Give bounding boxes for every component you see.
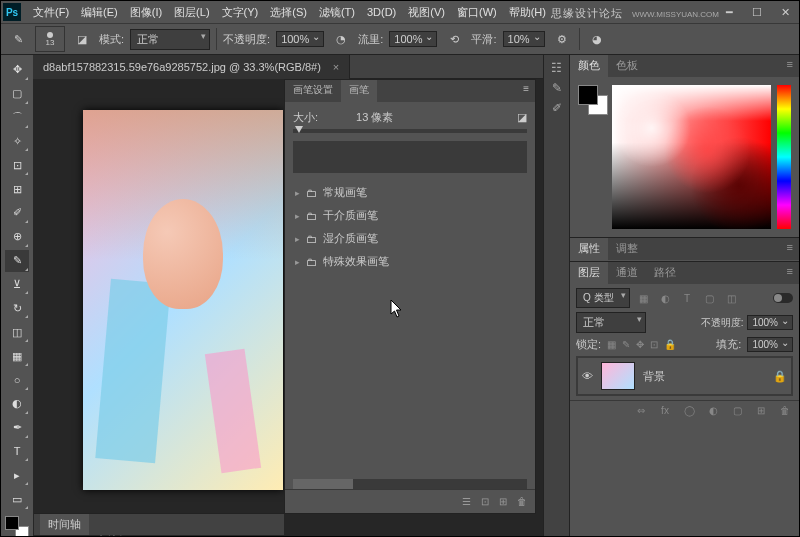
layer-thumbnail[interactable] bbox=[601, 362, 635, 390]
brush-preset-picker[interactable]: 13 bbox=[35, 26, 65, 52]
brush-folder[interactable]: ▸🗀湿介质画笔 bbox=[293, 227, 527, 250]
filter-pixel-icon[interactable]: ▦ bbox=[634, 291, 652, 305]
layer-fx-icon[interactable]: fx bbox=[657, 405, 673, 416]
history-panel-icon[interactable]: ☷ bbox=[551, 61, 562, 75]
frame-tool[interactable]: ⊞ bbox=[5, 178, 29, 200]
crop-tool[interactable]: ⊡ bbox=[5, 154, 29, 176]
layer-opacity-input[interactable]: 100% bbox=[747, 315, 793, 330]
tab-layers[interactable]: 图层 bbox=[570, 262, 608, 284]
window-minimize-icon[interactable]: ━ bbox=[715, 1, 743, 23]
panel-menu-icon[interactable]: ≡ bbox=[781, 262, 799, 284]
panel-menu-icon[interactable]: ≡ bbox=[781, 55, 799, 77]
tab-brush-settings[interactable]: 画笔设置 bbox=[285, 80, 341, 102]
color-swatches[interactable] bbox=[5, 516, 29, 537]
brush-size-slider[interactable] bbox=[293, 129, 527, 133]
preview-toggle-icon[interactable]: ☰ bbox=[462, 496, 471, 507]
path-select-tool[interactable]: ▸ bbox=[5, 464, 29, 486]
delete-brush-icon[interactable]: 🗑 bbox=[517, 496, 527, 507]
lock-all-icon[interactable]: 🔒 bbox=[664, 339, 676, 350]
window-maximize-icon[interactable]: ☐ bbox=[743, 1, 771, 23]
filter-type-icon[interactable]: T bbox=[678, 291, 696, 305]
menu-file[interactable]: 文件(F) bbox=[27, 5, 75, 20]
menu-window[interactable]: 窗口(W) bbox=[451, 5, 503, 20]
canvas[interactable] bbox=[83, 110, 283, 490]
fg-color[interactable] bbox=[578, 85, 598, 105]
tab-swatches[interactable]: 色板 bbox=[608, 55, 646, 77]
hue-slider[interactable] bbox=[777, 85, 791, 229]
brush-size-value[interactable]: 13 像素 bbox=[356, 110, 393, 125]
flow-input[interactable]: 100% bbox=[389, 31, 437, 47]
menu-view[interactable]: 视图(V) bbox=[402, 5, 451, 20]
lock-pixels-icon[interactable]: ▦ bbox=[607, 339, 616, 350]
layer-name[interactable]: 背景 bbox=[643, 369, 665, 384]
stamp-tool[interactable]: ⊻ bbox=[5, 274, 29, 296]
delete-layer-icon[interactable]: 🗑 bbox=[777, 405, 793, 416]
new-brush-icon[interactable]: ⊡ bbox=[481, 496, 489, 507]
blend-mode-select[interactable]: 正常 bbox=[576, 312, 646, 333]
new-group-icon[interactable]: ▢ bbox=[729, 405, 745, 416]
brush-panel-toggle-icon[interactable]: ◪ bbox=[71, 28, 93, 50]
eyedropper-tool[interactable]: ✐ bbox=[5, 202, 29, 224]
layer-mask-icon[interactable]: ◯ bbox=[681, 405, 697, 416]
dodge-tool[interactable]: ◐ bbox=[5, 393, 29, 415]
menu-image[interactable]: 图像(I) bbox=[124, 5, 168, 20]
visibility-icon[interactable]: 👁 bbox=[582, 370, 593, 382]
blend-mode-select[interactable]: 正常 bbox=[130, 29, 210, 50]
close-tab-icon[interactable]: × bbox=[333, 61, 339, 73]
tool-preset-icon[interactable]: ✎ bbox=[7, 28, 29, 50]
brush-folder[interactable]: ▸🗀常规画笔 bbox=[293, 181, 527, 204]
wand-tool[interactable]: ✧ bbox=[5, 131, 29, 153]
pen-tool[interactable]: ✒ bbox=[5, 417, 29, 439]
tab-color[interactable]: 颜色 bbox=[570, 55, 608, 77]
move-tool[interactable]: ✥ bbox=[5, 59, 29, 81]
shape-tool[interactable]: ▭ bbox=[5, 488, 29, 510]
gradient-tool[interactable]: ▦ bbox=[5, 345, 29, 367]
lock-nest-icon[interactable]: ⊡ bbox=[650, 339, 658, 350]
menu-type[interactable]: 文字(Y) bbox=[216, 5, 265, 20]
menu-filter[interactable]: 滤镜(T) bbox=[313, 5, 361, 20]
tab-channels[interactable]: 通道 bbox=[608, 262, 646, 284]
tab-paths[interactable]: 路径 bbox=[646, 262, 684, 284]
lock-position-icon[interactable]: ✎ bbox=[622, 339, 630, 350]
new-brush-preset-icon[interactable]: ⊞ bbox=[499, 496, 507, 507]
fill-input[interactable]: 100% bbox=[747, 337, 793, 352]
smooth-options-icon[interactable]: ⚙ bbox=[551, 28, 573, 50]
brush-flip-icon[interactable]: ◪ bbox=[517, 111, 527, 124]
lasso-tool[interactable]: ⌒ bbox=[5, 107, 29, 129]
color-picker[interactable] bbox=[612, 85, 771, 229]
brush-folder[interactable]: ▸🗀特殊效果画笔 bbox=[293, 250, 527, 273]
color-fgbg[interactable] bbox=[578, 85, 606, 229]
adjustment-layer-icon[interactable]: ◐ bbox=[705, 405, 721, 416]
menu-3d[interactable]: 3D(D) bbox=[361, 6, 402, 18]
layer-kind-filter[interactable]: Q 类型 bbox=[576, 288, 630, 308]
history-brush-tool[interactable]: ↻ bbox=[5, 297, 29, 319]
menu-help[interactable]: 帮助(H) bbox=[503, 5, 552, 20]
filter-shape-icon[interactable]: ▢ bbox=[700, 291, 718, 305]
airbrush-icon[interactable]: ⟲ bbox=[443, 28, 465, 50]
menu-layer[interactable]: 图层(L) bbox=[168, 5, 215, 20]
fg-color-swatch[interactable] bbox=[5, 516, 19, 530]
brushes-panel-icon[interactable]: ✐ bbox=[552, 101, 562, 115]
type-tool[interactable]: T bbox=[5, 441, 29, 463]
pressure-opacity-icon[interactable]: ◔ bbox=[330, 28, 352, 50]
tab-timeline[interactable]: 时间轴 bbox=[40, 514, 89, 535]
pressure-size-icon[interactable]: ◕ bbox=[586, 28, 608, 50]
menu-edit[interactable]: 编辑(E) bbox=[75, 5, 124, 20]
menu-select[interactable]: 选择(S) bbox=[264, 5, 313, 20]
panel-menu-icon[interactable]: ≡ bbox=[781, 238, 799, 260]
filter-adjust-icon[interactable]: ◐ bbox=[656, 291, 674, 305]
brush-tool[interactable]: ✎ bbox=[5, 250, 29, 272]
eraser-tool[interactable]: ◫ bbox=[5, 321, 29, 343]
layer-row[interactable]: 👁 背景 🔒 bbox=[578, 358, 791, 394]
window-close-icon[interactable]: ✕ bbox=[771, 1, 799, 23]
panel-menu-icon[interactable]: ≡ bbox=[517, 80, 535, 102]
tab-adjustments[interactable]: 调整 bbox=[608, 238, 646, 260]
new-layer-icon[interactable]: ⊞ bbox=[753, 405, 769, 416]
tab-properties[interactable]: 属性 bbox=[570, 238, 608, 260]
tab-brushes[interactable]: 画笔 bbox=[341, 80, 377, 102]
brush-settings-panel-icon[interactable]: ✎ bbox=[552, 81, 562, 95]
brush-folder[interactable]: ▸🗀干介质画笔 bbox=[293, 204, 527, 227]
marquee-tool[interactable]: ▢ bbox=[5, 83, 29, 105]
healing-tool[interactable]: ⊕ bbox=[5, 226, 29, 248]
link-layers-icon[interactable]: ⇔ bbox=[633, 405, 649, 416]
